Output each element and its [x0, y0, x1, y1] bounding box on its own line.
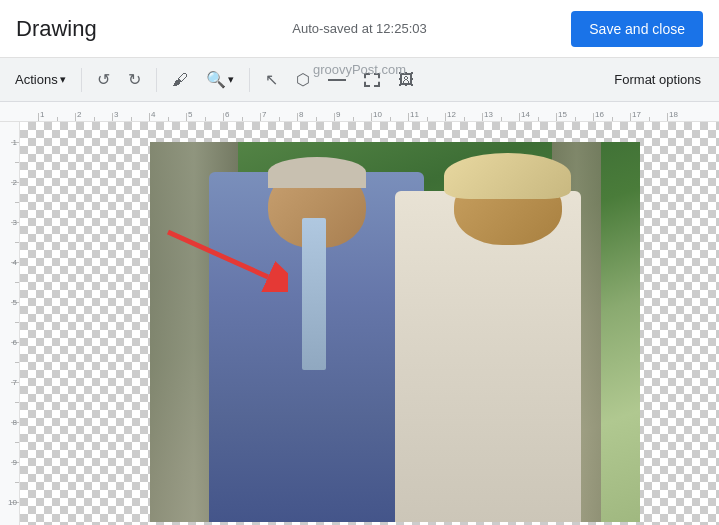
ruler-top-mark: 17 [632, 110, 641, 119]
ruler-top-mark: 7 [262, 110, 266, 119]
ruler-left-mark: 3 [13, 218, 17, 227]
ruler-left-mark: 5 [13, 298, 17, 307]
ruler-left-mark: 4 [13, 258, 17, 267]
ruler-top-mark: 12 [447, 110, 456, 119]
ruler-top-mark: 11 [410, 110, 419, 119]
header-left: Drawing [16, 16, 97, 42]
ruler-left-mark: 6 [13, 338, 17, 347]
ruler-top-mark: 6 [225, 110, 229, 119]
save-close-button[interactable]: Save and close [571, 11, 703, 47]
toolbar-divider-3 [249, 68, 250, 92]
ruler-top-mark: 10 [373, 110, 382, 119]
ruler-top-mark: 14 [521, 110, 530, 119]
ruler-top-mark: 18 [669, 110, 678, 119]
selection-box-icon [364, 73, 380, 87]
zoom-icon: 🔍 [206, 70, 226, 89]
paint-icon: 🖌 [172, 71, 188, 89]
app-title: Drawing [16, 16, 97, 42]
line-tool-button[interactable] [321, 74, 353, 86]
shape-tool-button[interactable]: ⬡ [289, 65, 317, 94]
ruler-top-mark: 16 [595, 110, 604, 119]
ruler-left-mark: 7 [13, 378, 17, 387]
toolbar-divider-1 [81, 68, 82, 92]
redo-icon: ↻ [128, 70, 141, 89]
shape-icon: ⬡ [296, 70, 310, 89]
ruler-top-mark: 9 [336, 110, 340, 119]
ruler-top-mark: 5 [188, 110, 192, 119]
cursor-icon: ↖ [265, 70, 278, 89]
image-icon: 🖼 [398, 71, 414, 89]
toolbar: Actions ▾ ↺ ↻ 🖌 🔍 ▾ ↖ ⬡ 🖼 Format options [0, 58, 719, 102]
select-tool-button[interactable]: ↖ [258, 65, 285, 94]
redo-button[interactable]: ↻ [121, 65, 148, 94]
ruler-top-mark: 15 [558, 110, 567, 119]
ruler-left-mark: 2 [13, 178, 17, 187]
image-tool-button[interactable]: 🖼 [391, 66, 421, 94]
actions-dropdown-icon: ▾ [60, 73, 66, 86]
drawing-canvas[interactable] [20, 122, 719, 525]
ruler-left-mark: 8 [13, 418, 17, 427]
ruler-top-mark: 8 [299, 110, 303, 119]
ruler-top-mark: 4 [151, 110, 155, 119]
ruler-left-mark: 10 [8, 498, 17, 507]
undo-icon: ↺ [97, 70, 110, 89]
ruler-top-mark: 13 [484, 110, 493, 119]
zoom-button[interactable]: 🔍 ▾ [199, 65, 241, 94]
line-icon [328, 79, 346, 81]
actions-label: Actions [15, 72, 58, 87]
ruler-top-mark: 2 [77, 110, 81, 119]
paint-tool-button[interactable]: 🖌 [165, 66, 195, 94]
toolbar-divider-2 [156, 68, 157, 92]
red-arrow-annotation [158, 222, 288, 292]
ruler-left: 12345678910 [0, 122, 20, 525]
header: Drawing Auto-saved at 12:25:03 Save and … [0, 0, 719, 58]
ruler-top-mark: 3 [114, 110, 118, 119]
actions-button[interactable]: Actions ▾ [8, 67, 73, 92]
autosave-status: Auto-saved at 12:25:03 [292, 21, 426, 36]
format-options-button[interactable]: Format options [604, 67, 711, 92]
zoom-dropdown-icon: ▾ [228, 73, 234, 86]
ruler-left-mark: 9 [13, 458, 17, 467]
photo-element[interactable] [150, 142, 640, 522]
ruler-top-mark: 1 [40, 110, 44, 119]
selection-box-button[interactable] [357, 68, 387, 92]
canvas-content [20, 122, 719, 525]
svg-line-1 [168, 232, 268, 277]
undo-button[interactable]: ↺ [90, 65, 117, 94]
ruler-top: 123456789101112131415161718 [0, 102, 719, 122]
ruler-left-mark: 1 [13, 138, 17, 147]
